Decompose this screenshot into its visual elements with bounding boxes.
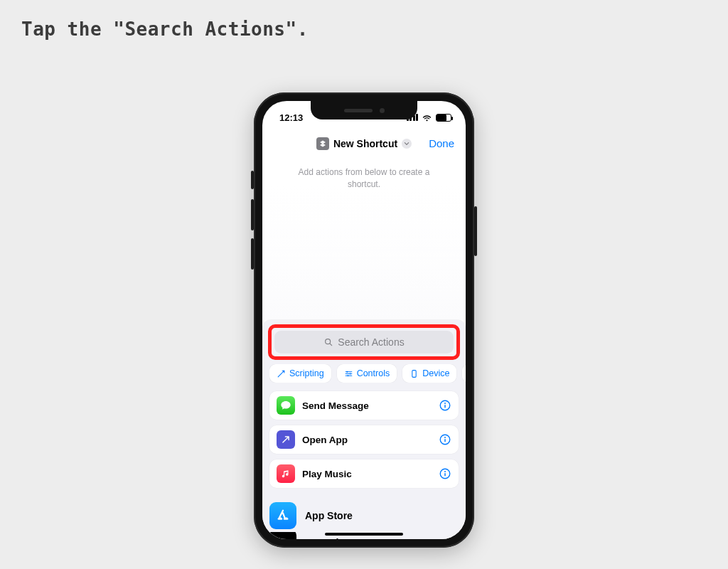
done-button[interactable]: Done: [429, 132, 454, 155]
chevron-down-icon: [402, 139, 412, 149]
phone-screen: 12:13 New Shortcut Done Add acti: [262, 101, 466, 539]
svg-point-2: [349, 373, 350, 374]
app-row-appstore[interactable]: App Store: [269, 499, 459, 532]
app-label: BeReal.: [305, 537, 341, 539]
open-app-icon: [277, 430, 295, 449]
svg-point-0: [326, 339, 331, 344]
shortcut-title-label: New Shortcut: [333, 138, 397, 149]
action-play-music[interactable]: Play Music: [269, 459, 459, 488]
messages-icon: [277, 396, 295, 415]
svg-rect-7: [444, 405, 446, 408]
phone-icon: [410, 369, 419, 378]
chip-more[interactable]: [462, 364, 466, 383]
action-open-app[interactable]: Open App: [269, 425, 459, 454]
shortcut-title[interactable]: New Shortcut: [316, 137, 412, 150]
action-label: Open App: [302, 435, 432, 445]
chip-label: Controls: [357, 368, 390, 378]
chip-scripting[interactable]: Scripting: [269, 364, 331, 383]
appstore-icon: [269, 502, 296, 529]
action-label: Send Message: [302, 400, 432, 411]
phone-mute-switch: [251, 171, 254, 189]
svg-rect-10: [444, 439, 446, 442]
empty-hint: Add actions from below to create a short…: [262, 166, 466, 191]
search-placeholder: Search Actions: [338, 336, 404, 348]
phone-volume-up: [251, 199, 254, 230]
info-icon[interactable]: [439, 399, 451, 412]
app-label: App Store: [305, 510, 353, 521]
action-send-message[interactable]: Send Message: [269, 391, 459, 420]
chip-label: Scripting: [289, 368, 324, 378]
actions-sheet: Search Actions Scripting Controls Device: [262, 320, 466, 539]
svg-point-9: [444, 437, 446, 438]
phone-power-button: [474, 206, 477, 256]
svg-point-12: [444, 471, 446, 472]
search-icon: [323, 337, 333, 347]
category-chip-row[interactable]: Scripting Controls Device: [269, 364, 466, 383]
chip-device[interactable]: Device: [402, 364, 456, 383]
music-icon: [277, 464, 295, 483]
info-icon[interactable]: [439, 433, 451, 446]
phone-frame: 12:13 New Shortcut Done Add acti: [254, 92, 474, 548]
svg-rect-13: [444, 473, 446, 477]
action-label: Play Music: [302, 469, 432, 479]
chip-label: Device: [422, 368, 449, 378]
info-icon[interactable]: [439, 467, 451, 480]
wifi-icon: [422, 113, 432, 122]
bereal-icon: BeReal.: [269, 532, 296, 539]
home-indicator[interactable]: [325, 533, 403, 536]
svg-point-3: [347, 375, 348, 376]
suggested-actions-list: Send Message Open App Play Music: [269, 391, 459, 488]
navbar: New Shortcut Done: [262, 132, 466, 155]
wand-icon: [277, 369, 286, 378]
phone-volume-down: [251, 238, 254, 270]
svg-rect-4: [412, 370, 416, 377]
search-actions-field[interactable]: Search Actions: [274, 331, 454, 353]
status-time: 12:13: [279, 112, 303, 123]
shortcut-icon: [316, 137, 329, 150]
battery-icon: [436, 114, 451, 122]
chip-controls[interactable]: Controls: [337, 364, 397, 383]
sliders-icon: [344, 369, 353, 378]
svg-point-1: [346, 371, 348, 372]
search-highlight-box: Search Actions: [268, 324, 460, 360]
phone-notch: [311, 101, 417, 119]
instruction-text: Tap the "Search Actions".: [21, 18, 309, 40]
svg-point-6: [444, 403, 446, 404]
